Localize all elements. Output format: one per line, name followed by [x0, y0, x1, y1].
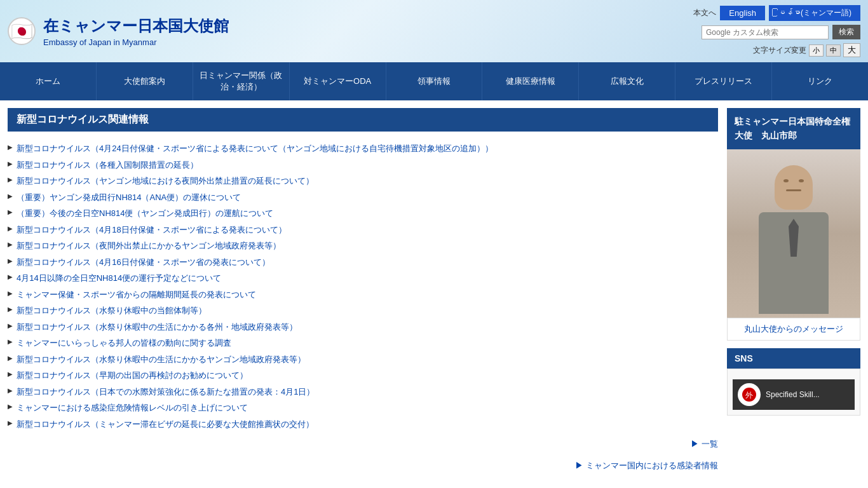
- list-item: 新型コロナウイルス（4月18日付保健・スポーツ省による発表について）: [8, 222, 718, 238]
- person-head: [775, 165, 813, 210]
- sns-icon: 外: [738, 383, 761, 406]
- font-size-row: 文字サイズ変更 小 中 大: [753, 43, 860, 57]
- list-item: 新型コロナウイルス（ヤンゴン地域における夜間外出禁止措置の延長について）: [8, 173, 718, 189]
- site-title-en: Embassy of Japan in Myanmar: [43, 37, 229, 47]
- news-list: 新型コロナウイルス（4月24日付保健・スポーツ省による発表について（ヤンゴン地域…: [8, 140, 718, 432]
- list-item: （重要）今後の全日空NH814便（ヤンゴン発成田行）の運航について: [8, 205, 718, 222]
- list-item: ミャンマーにいらっしゃる邦人の皆様の動向に関する調査: [8, 335, 718, 351]
- nav-item[interactable]: リンク: [772, 62, 868, 100]
- font-small-button[interactable]: 小: [809, 44, 824, 57]
- news-link[interactable]: 新型コロナウイルス（4月16日付保健・スポーツ省の発表について）: [17, 257, 270, 267]
- list-item: ミャンマーにおける感染症危険情報レベルの引き上げについて: [8, 400, 718, 416]
- sns-content: 外 Specified Skill...: [727, 369, 860, 416]
- more-link-anchor[interactable]: 一覧: [691, 439, 718, 449]
- nav: ホーム大使館案内日ミャンマー関係（政治・経済）対ミャンマーODA領事情報健康医療…: [0, 62, 868, 100]
- list-item: ミャンマー保健・スポーツ省からの隔離期間延長の発表について: [8, 287, 718, 303]
- section-header: 新型コロナウイルス関連情報: [8, 108, 718, 132]
- search-row: 検索: [702, 25, 860, 39]
- person-tie: [789, 219, 799, 257]
- list-item: 4月14日以降の全日空NH814便の運行予定などについて: [8, 270, 718, 287]
- news-link[interactable]: 4月14日以降の全日空NH814便の運行予定などについて: [17, 273, 221, 283]
- list-item: 新型コロナウイルス（夜間外出禁止にかかるヤンゴン地域政府発表等）: [8, 238, 718, 254]
- news-link[interactable]: 新型コロナウイルス（各種入国制限措置の延長）: [17, 160, 198, 170]
- news-link[interactable]: 新型コロナウイルス（水祭り休暇中の生活にかかる各州・地域政府発表等）: [17, 322, 297, 332]
- list-item: 新型コロナウイルス（各種入国制限措置の延長）: [8, 157, 718, 173]
- nav-item[interactable]: ホーム: [0, 62, 97, 100]
- nav-item[interactable]: 領事情報: [386, 62, 483, 100]
- sns-item-text: Specified Skill...: [766, 390, 820, 399]
- nav-item[interactable]: 大使館案内: [97, 62, 193, 100]
- news-link[interactable]: 新型コロナウイルス（ミャンマー滞在ビザの延長に必要な大使館推薦状の交付）: [17, 419, 314, 429]
- news-link[interactable]: （重要）今後の全日空NH814便（ヤンゴン発成田行）の運航について: [17, 208, 273, 218]
- sns-item[interactable]: 外 Specified Skill...: [733, 379, 855, 410]
- myanmar-button[interactable]: မြန်မာ(ミャンマー語): [769, 5, 860, 21]
- font-mid-button[interactable]: 中: [826, 44, 841, 57]
- nav-item[interactable]: 対ミャンマーODA: [290, 62, 386, 100]
- list-item: 新型コロナウイルス（水祭り休暇中の当館体制等）: [8, 302, 718, 319]
- english-button[interactable]: English: [720, 6, 765, 20]
- main: 新型コロナウイルス関連情報 新型コロナウイルス（4月24日付保健・スポーツ省によ…: [0, 100, 868, 483]
- news-link[interactable]: 新型コロナウイルス（水祭り休暇中の当館体制等）: [17, 306, 207, 315]
- news-link[interactable]: 新型コロナウイルス（4月18日付保健・スポーツ省による発表について）: [17, 225, 287, 234]
- list-item: 新型コロナウイルス（早期の出国の再検討のお勧めについて）: [8, 367, 718, 384]
- news-link[interactable]: 新型コロナウイルス（夜間外出禁止にかかるヤンゴン地域政府発表等）: [17, 241, 281, 250]
- more-link: 一覧: [8, 432, 718, 456]
- myanmar-link-row: ミャンマー国内における感染者情報: [8, 456, 718, 475]
- ambassador-title: 駐ミャンマー日本国特命全権大使 丸山市郎: [727, 108, 860, 149]
- search-button[interactable]: 検索: [832, 25, 860, 39]
- sns-title: SNS: [727, 348, 860, 369]
- sidebar: 駐ミャンマー日本国特命全権大使 丸山市郎 丸山大使からのメッセージ: [727, 108, 860, 475]
- font-large-button[interactable]: 大: [843, 43, 860, 57]
- list-item: 新型コロナウイルス（水祭り休暇中の生活にかかる各州・地域政府発表等）: [8, 319, 718, 336]
- honbun-link[interactable]: 本文へ: [693, 8, 716, 18]
- news-link[interactable]: （重要）ヤンゴン発成田行NH814（ANA便）の運休について: [17, 193, 241, 202]
- news-link[interactable]: 新型コロナウイルス（日本での水際対策強化に係る新たな措置の発表：4月1日）: [17, 387, 315, 396]
- list-item: 新型コロナウイルス（日本での水際対策強化に係る新たな措置の発表：4月1日）: [8, 384, 718, 400]
- list-item: 新型コロナウイルス（4月16日付保健・スポーツ省の発表について）: [8, 254, 718, 271]
- ambassador-photo: [727, 149, 860, 318]
- list-item: 新型コロナウイルス（水祭り休暇中の生活にかかるヤンゴン地域政府発表等）: [8, 351, 718, 368]
- news-link[interactable]: ミャンマーにおける感染症危険情報レベルの引き上げについて: [17, 403, 248, 412]
- lang-row: 本文へ English မြန်မာ(ミャンマー語): [693, 5, 860, 21]
- site-title-ja: 在ミャンマー日本国大使館: [43, 16, 229, 36]
- nav-item[interactable]: 広報文化: [579, 62, 675, 100]
- header: 🇯🇵 在ミャンマー日本国大使館 Embassy of Japan in Myan…: [0, 0, 868, 62]
- site-title: 在ミャンマー日本国大使館 Embassy of Japan in Myanmar: [43, 16, 229, 47]
- news-link[interactable]: 新型コロナウイルス（4月24日付保健・スポーツ省による発表について（ヤンゴン地域…: [17, 144, 493, 153]
- news-link[interactable]: ミャンマーにいらっしゃる邦人の皆様の動向に関する調査: [17, 338, 231, 348]
- search-input[interactable]: [702, 25, 829, 39]
- font-size-label: 文字サイズ変更: [753, 45, 806, 56]
- ambassador-photo-inner: [727, 149, 860, 318]
- nav-item[interactable]: 日ミャンマー関係（政治・経済）: [193, 62, 290, 100]
- svg-text:外: 外: [745, 391, 753, 400]
- header-right: 本文へ English မြန်မာ(ミャンマー語) 検索 文字サイズ変更 小 …: [693, 5, 860, 57]
- list-item: 新型コロナウイルス（ミャンマー滞在ビザの延長に必要な大使館推薦状の交付）: [8, 416, 718, 433]
- content: 新型コロナウイルス関連情報 新型コロナウイルス（4月24日付保健・スポーツ省によ…: [8, 108, 718, 475]
- list-item: 新型コロナウイルス（4月24日付保健・スポーツ省による発表について（ヤンゴン地域…: [8, 140, 718, 157]
- person-body: [759, 212, 829, 314]
- ambassador-message[interactable]: 丸山大使からのメッセージ: [727, 318, 860, 341]
- myanmar-link-anchor[interactable]: ミャンマー国内における感染者情報: [575, 461, 718, 470]
- news-link[interactable]: ミャンマー保健・スポーツ省からの隔離期間延長の発表について: [17, 290, 256, 299]
- list-item: （重要）ヤンゴン発成田行NH814（ANA便）の運休について: [8, 189, 718, 206]
- news-link[interactable]: 新型コロナウイルス（ヤンゴン地域における夜間外出禁止措置の延長について）: [17, 176, 314, 186]
- nav-item[interactable]: 健康医療情報: [482, 62, 579, 100]
- news-link[interactable]: 新型コロナウイルス（水祭り休暇中の生活にかかるヤンゴン地域政府発表等）: [17, 355, 306, 364]
- header-left: 🇯🇵 在ミャンマー日本国大使館 Embassy of Japan in Myan…: [8, 16, 229, 47]
- flag-icon: 🇯🇵: [8, 17, 36, 45]
- nav-item[interactable]: プレスリリース: [675, 62, 772, 100]
- news-link[interactable]: 新型コロナウイルス（早期の出国の再検討のお勧めについて）: [17, 370, 248, 380]
